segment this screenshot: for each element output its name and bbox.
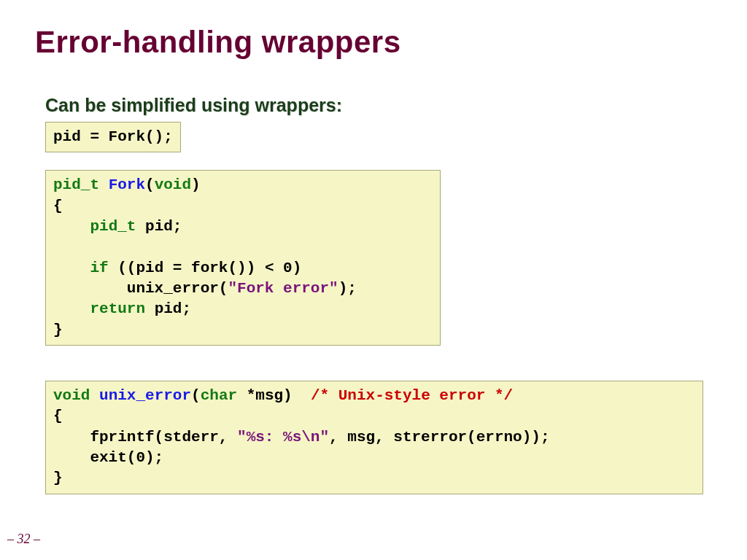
code-text: void <box>155 176 191 193</box>
code-text: { <box>53 408 63 424</box>
code-text: char <box>201 387 237 404</box>
code-text: fprintf(stderr, <box>53 429 237 446</box>
code-text: "%s: %s\n" <box>237 429 329 446</box>
code-text: exit(0); <box>53 449 163 466</box>
slide-title: Error-handling wrappers <box>35 25 712 60</box>
code-text: } <box>53 322 63 338</box>
code-text: pid_t <box>90 218 136 235</box>
code-text: "Fork error" <box>228 280 338 297</box>
code-text: pid; <box>136 218 182 235</box>
code-text: *msg) <box>237 387 311 404</box>
code-text: ((pid = fork()) < 0) <box>109 260 302 276</box>
code-text: { <box>53 198 63 214</box>
code-text: pid; <box>145 300 191 317</box>
code-call-box: pid = Fork(); <box>45 122 181 152</box>
code-text: pid = Fork(); <box>53 128 173 145</box>
code-text <box>53 300 90 317</box>
code-text: ); <box>338 280 357 297</box>
code-text: pid_t <box>53 176 99 193</box>
code-text <box>53 260 90 276</box>
code-text <box>53 218 90 235</box>
code-text: void <box>53 387 90 404</box>
code-text: unix_error <box>99 387 191 404</box>
code-text: } <box>53 470 63 486</box>
code-text: /* Unix-style error */ <box>311 387 513 404</box>
code-text: unix_error( <box>53 280 228 297</box>
code-text: ) <box>191 176 201 193</box>
code-fork-box: pid_t Fork(void) { pid_t pid; if ((pid =… <box>45 170 441 346</box>
slide-subtitle: Can be simplified using wrappers: <box>45 95 712 116</box>
code-text: ( <box>145 176 155 193</box>
code-text: return <box>90 300 145 317</box>
code-text: if <box>90 260 108 276</box>
code-text: ( <box>191 387 201 404</box>
code-text: Fork <box>109 176 145 193</box>
code-text: , msg, strerror(errno)); <box>329 429 549 446</box>
slide: Error-handling wrappers Can be simplifie… <box>0 0 747 560</box>
page-number: – 32 – <box>7 532 40 547</box>
code-unixerror-box: void unix_error(char *msg) /* Unix-style… <box>45 381 703 494</box>
